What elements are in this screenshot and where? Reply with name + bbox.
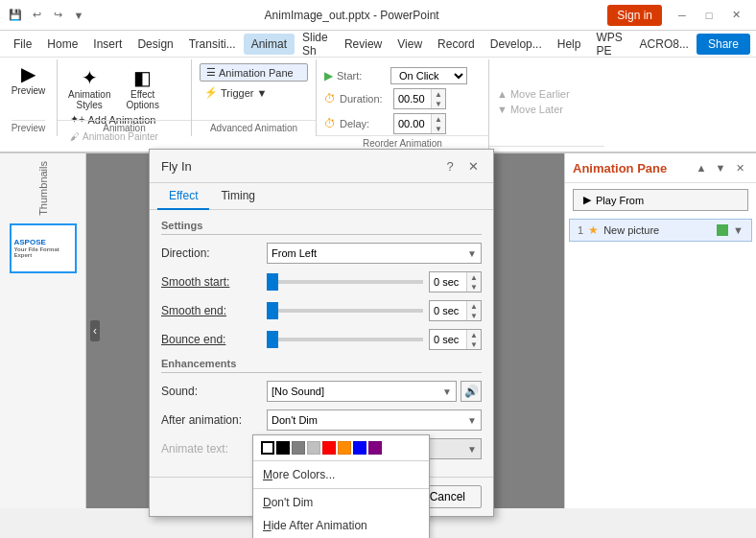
sound-row: Sound: [No Sound] ▼ 🔊: [161, 381, 482, 402]
smooth-start-down[interactable]: ▼: [467, 282, 481, 292]
bounce-end-track: [267, 338, 423, 341]
smooth-start-label: Smooth start:: [161, 275, 267, 289]
dialog-close-button[interactable]: ✕: [464, 157, 482, 175]
tab-timing[interactable]: Timing: [209, 183, 267, 210]
bounce-end-slider[interactable]: [267, 338, 423, 341]
dropdown-separator-2: [253, 488, 429, 489]
smooth-end-track: [267, 309, 423, 313]
dropdown-separator-1: [253, 460, 429, 461]
after-animation-dropdown: More Colors... Don't Dim Hide After Anim…: [252, 434, 430, 538]
direction-select[interactable]: From Left ▼: [267, 243, 482, 264]
hide-after-underline: H: [263, 519, 272, 532]
smooth-end-thumb[interactable]: [267, 302, 278, 319]
animate-text-arrow-icon: ▼: [467, 444, 477, 455]
bounce-end-label: Bounce end:: [161, 333, 267, 346]
dialog-title-text: Fly In: [161, 159, 192, 174]
animate-text-label: Animate text:: [161, 442, 267, 456]
bounce-end-up[interactable]: ▲: [467, 330, 481, 339]
smooth-start-thumb[interactable]: [267, 273, 278, 291]
more-colors-item[interactable]: More Colors...: [253, 463, 429, 486]
sound-label: Sound:: [161, 385, 267, 398]
color-grid: [253, 435, 429, 458]
after-animation-row: After animation: Don't Dim ▼: [161, 409, 482, 431]
direction-row: Direction: From Left ▼: [161, 243, 482, 264]
color-white[interactable]: [261, 441, 274, 455]
smooth-start-up[interactable]: ▲: [467, 272, 481, 282]
sound-select[interactable]: [No Sound] ▼: [267, 381, 457, 402]
color-purple[interactable]: [368, 441, 382, 455]
smooth-end-label: Smooth end:: [161, 304, 267, 317]
color-red[interactable]: [322, 441, 336, 455]
bounce-end-row: Bounce end: 0 sec ▲ ▼: [161, 329, 482, 350]
color-black[interactable]: [276, 441, 290, 455]
smooth-start-row: Smooth start: 0 sec ▲ ▼: [161, 271, 482, 292]
bounce-end-down[interactable]: ▼: [467, 339, 481, 349]
color-orange[interactable]: [338, 441, 351, 455]
smooth-end-row: Smooth end: 0 sec ▲ ▼: [161, 300, 482, 321]
after-animation-label: After animation:: [161, 413, 267, 427]
direction-label: Direction:: [161, 246, 267, 260]
dialog-title-buttons: ? ✕: [441, 157, 482, 175]
more-colors-underline: M: [263, 468, 272, 481]
bounce-end-input[interactable]: 0 sec ▲ ▼: [429, 329, 482, 350]
after-animation-select[interactable]: Don't Dim ▼: [267, 409, 482, 431]
smooth-end-input[interactable]: 0 sec ▲ ▼: [429, 300, 482, 321]
dont-dim-underline: D: [263, 496, 272, 509]
smooth-start-input[interactable]: 0 sec ▲ ▼: [429, 271, 482, 292]
direction-arrow-icon: ▼: [467, 248, 477, 259]
tab-effect[interactable]: Effect: [157, 183, 209, 210]
color-blue[interactable]: [353, 441, 366, 455]
dialog-tabs: Effect Timing: [150, 183, 493, 210]
smooth-end-slider[interactable]: [267, 309, 423, 313]
smooth-start-track: [267, 280, 423, 284]
smooth-end-down[interactable]: ▼: [467, 311, 481, 320]
smooth-end-up[interactable]: ▲: [467, 301, 481, 311]
dialog-help-button[interactable]: ?: [441, 157, 459, 175]
sound-arrow-icon: ▼: [442, 386, 452, 397]
enhancements-section-label: Enhancements: [161, 358, 482, 373]
hide-after-animation-item[interactable]: Hide After Animation: [253, 514, 429, 537]
dont-dim-item[interactable]: Don't Dim: [253, 491, 429, 514]
sound-play-button[interactable]: 🔊: [461, 381, 482, 402]
smooth-start-slider[interactable]: [267, 280, 423, 284]
after-animation-arrow-icon: ▼: [467, 415, 477, 426]
settings-section-label: Settings: [161, 220, 482, 235]
color-silver[interactable]: [307, 441, 320, 455]
bounce-end-thumb[interactable]: [267, 331, 278, 348]
color-gray[interactable]: [292, 441, 305, 455]
dialog-title-bar: Fly In ? ✕: [150, 150, 493, 183]
